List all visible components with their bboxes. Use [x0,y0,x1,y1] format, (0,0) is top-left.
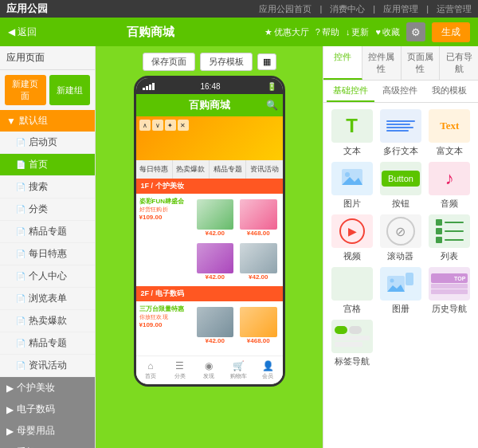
tab-widget[interactable]: 控件 [323,46,362,80]
widget-slider[interactable]: ⊘ 滚动器 [378,214,422,262]
sidebar-item-news[interactable]: 📄 资讯活动 [0,355,95,377]
widget-image-icon [331,162,373,195]
section1-price: ¥109.00 [139,214,191,221]
back-button[interactable]: ◀ 返回 [8,26,37,39]
section2-content: 三万台限量特惠 你放狂欢 现 ¥109.00 ¥42.00 ¥468.00 [136,301,283,350]
sidebar-group-digital[interactable]: ▶ 电子数码 [0,399,95,420]
logo: 应用公园 [6,2,48,16]
subtab-basic[interactable]: 基础控件 [327,81,374,102]
sidebar-item-launch[interactable]: 📄 启动页 [0,132,95,154]
widget-list[interactable]: 列表 [428,214,472,262]
widget-tag-label: 标签导航 [335,356,370,367]
settings-button[interactable]: ⚙ [406,22,425,41]
phone-nav-category[interactable]: ☰ 分类 [165,360,194,380]
tab-nav[interactable]: 已有导航 [440,46,478,80]
widget-gallery[interactable]: 图册 [378,267,422,315]
nav-item-consumer[interactable]: 消费中心 [330,3,365,15]
item-label: 启动页 [29,136,57,149]
widget-tag-icon [331,320,373,353]
top-nav-bar: 应用公园 应用公园首页 | 消费中心 | 应用管理 | 运营管理 [0,0,478,18]
nav-item-appmanage[interactable]: 应用管理 [383,3,418,15]
phone-tab-premium[interactable]: 精品专题 [210,160,246,179]
sidebar-item-category[interactable]: 📄 分类 [0,198,95,221]
widget-image[interactable]: 图片 [330,162,374,210]
widget-subtabs: 基础控件 高级控件 我的模板 [323,81,478,103]
widget-slider-icon: ⊘ [380,214,421,248]
phone-tab-news[interactable]: 资讯活动 [246,160,282,179]
nav-icon-update[interactable]: ↓ 更新 [346,26,370,38]
banner-nav-move[interactable]: ✦ [165,120,176,131]
product-img-2 [240,199,277,230]
banner-nav-down[interactable]: ∨ [152,120,163,131]
new-group-button[interactable]: 新建组 [49,75,91,105]
widget-text[interactable]: T 文本 [330,109,374,157]
phone-nav-discover-label: 发现 [203,372,214,380]
widget-richtext-icon: Text [429,109,470,143]
widget-multiline-label: 多行文本 [383,145,418,157]
subtab-mytemplate[interactable]: 我的模板 [425,81,473,102]
right-panel: 控件 控件属性 页面属性 已有导航 基础控件 高级控件 我的模板 T 文本 [323,46,478,448]
phone-content: ∧ ∨ ✦ ✕ 每日特惠 热卖爆款 精品专题 资讯活动 1F / 个护美妆 [136,116,283,360]
item-label7: 个人中心 [29,269,67,283]
sidebar-item-home[interactable]: 📄 首页 [0,154,95,176]
generate-button[interactable]: 生成 [432,22,470,42]
phone-nav-discover[interactable]: ◉ 发现 [194,360,224,380]
widget-tag[interactable]: 标签导航 [330,320,374,367]
phone-nav-home[interactable]: ⌂ 首页 [136,360,166,380]
sidebar-buttons: 新建页面 新建组 [0,70,95,110]
widget-gallery-icon [380,267,421,301]
banner-nav-delete[interactable]: ✕ [178,120,189,131]
signal-bar2 [146,86,148,90]
sidebar-item-daily[interactable]: 📄 每日特惠 [0,243,95,265]
page-icon4: 📄 [16,205,25,214]
widget-history[interactable]: TOP 历史导航 [428,267,472,315]
product-price-1: ¥42.00 [206,230,225,237]
tab-page-props[interactable]: 页面属性 [402,46,441,80]
nav-icon-help[interactable]: ? 帮助 [315,26,339,38]
widget-grid[interactable]: 宫格 [330,267,374,315]
sidebar-group-beauty[interactable]: ▶ 个护美妆 [0,377,95,399]
nav-item-console[interactable]: 应用公园首页 [259,3,311,15]
phone-nav-cart[interactable]: 🛒 购物车 [224,360,253,380]
phone-mockup: 16:48 🔋 百购商城 🔍 ∧ ∨ ✦ ✕ [134,76,285,387]
product-item-3: ¥42.00 [194,241,237,283]
multiline-lines [383,117,418,135]
sidebar-group-mobile[interactable]: ▶ 手机 [0,442,95,448]
grid-icon-inner [346,270,358,297]
sidebar-group-default[interactable]: ▼ 默认组 [0,110,95,132]
nav-icon-favorite[interactable]: ♥ 收藏 [375,26,400,38]
template-icon[interactable]: ▦ [257,53,276,70]
sidebar-item-hotsale[interactable]: 📄 热卖爆款 [0,310,95,332]
sidebar-item-featured[interactable]: 📄 精品专题 [0,332,95,355]
new-page-button[interactable]: 新建页面 [5,75,46,105]
widget-multiline[interactable]: 多行文本 [378,109,422,157]
nav-update-label: 更新 [351,26,369,38]
sidebar-item-premium[interactable]: 📄 精品专题 [0,221,95,243]
tab-widget-props[interactable]: 控件属性 [362,46,402,80]
subtab-advanced[interactable]: 高级控件 [376,81,424,102]
left-sidebar: 应用页面 新建页面 新建组 ▼ 默认组 📄 启动页 📄 首页 📄 搜索 📄 分类… [0,46,96,448]
sidebar-item-browse[interactable]: 📄 浏览表单 [0,288,95,310]
sidebar-item-personal[interactable]: 📄 个人中心 [0,265,95,288]
sidebar-item-search[interactable]: 📄 搜索 [0,176,95,198]
page-icon11: 📄 [16,361,25,370]
widget-richtext[interactable]: Text 富文本 [428,109,472,157]
nav-icon-lobby[interactable]: ★ 优惠大厅 [264,26,309,38]
banner-nav-up[interactable]: ∧ [139,120,151,131]
phone-battery-icon: 🔋 [267,82,276,91]
nav-item-ops[interactable]: 运营管理 [437,3,472,15]
save-page-button[interactable]: 保存页面 [143,53,195,71]
widget-video[interactable]: ▶ 视频 [330,214,374,262]
widget-audio[interactable]: ♪ 音频 [428,162,472,210]
phone-tab-hot[interactable]: 热卖爆款 [173,160,210,179]
sidebar-group-baby[interactable]: ▶ 母婴用品 [0,420,95,442]
phone-nav-member[interactable]: 👤 会员 [253,360,283,380]
phone-tabs: 每日特惠 热卖爆款 精品专题 资讯活动 [136,160,283,179]
signal-bar1 [143,88,145,90]
phone-search-icon[interactable]: 🔍 [266,100,278,111]
widget-button[interactable]: Button 按钮 [378,162,422,210]
nav-divider3: | [426,4,429,14]
phone-tab-daily[interactable]: 每日特惠 [136,160,173,179]
save-template-button[interactable]: 另存模板 [200,53,253,71]
product-price-4: ¥42.00 [249,273,268,281]
